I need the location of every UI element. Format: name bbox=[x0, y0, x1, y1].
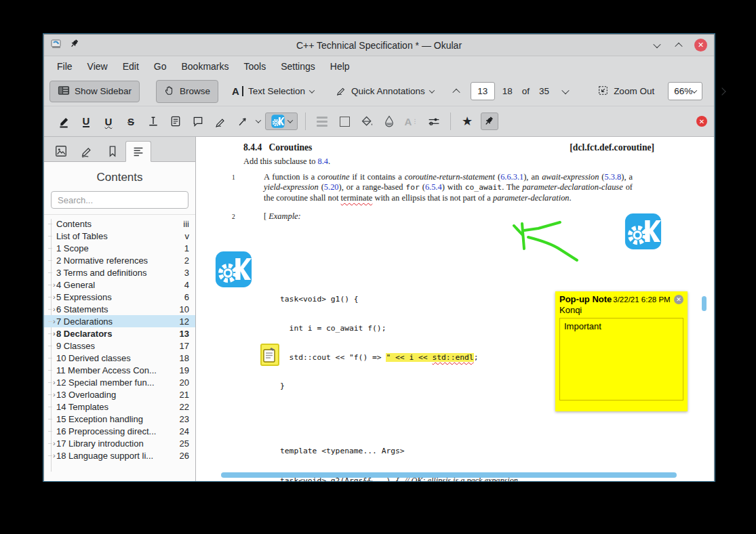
expander-chevron-icon[interactable]: › bbox=[48, 293, 56, 301]
toc-row[interactable]: 16 Preprocessing direct... 24 bbox=[44, 425, 195, 437]
toc-row[interactable]: › 8 Declarators 13 bbox=[44, 327, 195, 340]
kde-logo-stamp[interactable] bbox=[215, 251, 252, 291]
toc-row[interactable]: › 13 Overloading 21 bbox=[44, 388, 195, 400]
expander-chevron-icon[interactable] bbox=[48, 370, 56, 371]
expander-chevron-icon[interactable] bbox=[48, 407, 56, 407]
toc-row[interactable]: 2 Normative references 2 bbox=[44, 254, 195, 266]
toc-row[interactable]: › 7 Declarations 12 bbox=[44, 315, 195, 327]
menu-item[interactable]: Edit bbox=[115, 58, 146, 75]
vertical-scrollbar-thumb[interactable] bbox=[702, 296, 707, 311]
toc-row[interactable]: 9 Classes 17 bbox=[44, 340, 195, 352]
tab-annotations[interactable] bbox=[74, 140, 100, 161]
menu-item[interactable]: Bookmarks bbox=[174, 58, 236, 75]
toc-row[interactable]: 1 Scope 1 bbox=[44, 242, 195, 254]
menu-item[interactable]: Settings bbox=[273, 58, 323, 75]
expander-chevron-icon[interactable]: › bbox=[48, 451, 56, 459]
toc-row[interactable]: 10 Derived classes 18 bbox=[44, 352, 195, 364]
squiggle-tool-icon[interactable]: U bbox=[100, 112, 117, 130]
toc-row[interactable]: › 6 Statements 10 bbox=[44, 303, 195, 315]
note-anchor-icon[interactable] bbox=[260, 344, 279, 366]
popup-note-text[interactable]: Important bbox=[559, 318, 683, 400]
zoom-out-button[interactable]: Zoom Out bbox=[589, 80, 662, 103]
expander-chevron-icon[interactable]: › bbox=[48, 281, 56, 289]
inline-note-tool-icon[interactable] bbox=[167, 112, 184, 130]
underline-tool-icon[interactable]: U bbox=[77, 112, 95, 130]
straight-line-tool-icon[interactable] bbox=[234, 112, 252, 130]
green-ink-annotation[interactable] bbox=[508, 207, 586, 270]
sidebar-icon bbox=[58, 85, 70, 98]
horizontal-scrollbar-thumb[interactable] bbox=[221, 472, 677, 478]
popup-note-tool-icon[interactable] bbox=[189, 112, 207, 130]
toc-row[interactable]: › 18 Language support li... 26 bbox=[44, 449, 195, 461]
expander-chevron-icon[interactable] bbox=[48, 224, 56, 224]
expander-chevron-icon[interactable] bbox=[48, 260, 56, 261]
toc-row[interactable]: Contents iii bbox=[44, 218, 195, 230]
tab-contents[interactable] bbox=[125, 141, 151, 162]
expander-chevron-icon[interactable]: › bbox=[48, 390, 56, 398]
chevron-down-icon[interactable] bbox=[256, 117, 261, 123]
toc-label: List of Tables bbox=[56, 231, 185, 241]
kde-logo-stamp[interactable] bbox=[624, 213, 662, 253]
toc-page-number: 10 bbox=[180, 304, 195, 314]
opacity-droplet-icon[interactable] bbox=[380, 112, 398, 130]
expander-chevron-icon[interactable]: › bbox=[48, 378, 56, 386]
minimize-button[interactable] bbox=[651, 39, 663, 52]
browse-tool-button[interactable]: Browse bbox=[156, 80, 218, 103]
typewriter-tool-icon[interactable] bbox=[144, 112, 162, 130]
close-annotation-toolbar-button[interactable]: ✕ bbox=[696, 116, 707, 127]
menu-item[interactable]: File bbox=[49, 58, 80, 75]
menu-item[interactable]: Tools bbox=[237, 58, 274, 75]
expander-chevron-icon[interactable] bbox=[48, 431, 56, 432]
menu-item[interactable]: Go bbox=[146, 58, 174, 75]
toc-row[interactable]: › 12 Special member fun... 20 bbox=[44, 376, 195, 388]
toc-row[interactable]: › 4 General 4 bbox=[44, 279, 195, 291]
tab-bookmarks[interactable] bbox=[100, 140, 125, 161]
previous-page-button[interactable] bbox=[447, 83, 465, 100]
tab-thumbnails[interactable] bbox=[48, 140, 74, 161]
text-selection-tool-button[interactable]: A Text Selection bbox=[224, 81, 322, 102]
toc-row[interactable]: 11 Member Access Con... 19 bbox=[44, 364, 195, 376]
stamp-tool-button[interactable] bbox=[265, 112, 298, 130]
toc-row[interactable]: › 5 Expressions 6 bbox=[44, 291, 195, 303]
expander-chevron-icon[interactable]: › bbox=[48, 317, 56, 325]
quick-annotations-button[interactable]: Quick Annotations bbox=[327, 80, 442, 102]
expander-chevron-icon[interactable] bbox=[48, 272, 56, 273]
toc-row[interactable]: 14 Templates 22 bbox=[44, 400, 195, 413]
toc-label: 15 Exception handling bbox=[56, 414, 180, 424]
popup-note-close-button[interactable]: ✕ bbox=[674, 295, 683, 304]
freehand-line-tool-icon[interactable] bbox=[212, 112, 229, 130]
pin-icon[interactable] bbox=[70, 39, 80, 52]
zoom-level-select[interactable]: 66% bbox=[668, 82, 702, 100]
next-page-button[interactable] bbox=[557, 83, 574, 100]
toc-row[interactable]: › 17 Library introduction 25 bbox=[44, 437, 195, 449]
toc-row[interactable]: 3 Terms and definitions 3 bbox=[44, 266, 195, 279]
highlighter-tool-icon[interactable] bbox=[55, 112, 73, 130]
toc-row[interactable]: 15 Exception handling 23 bbox=[44, 413, 195, 425]
strikeout-tool-icon[interactable]: S bbox=[122, 112, 140, 130]
toolbar-overflow-button[interactable] bbox=[713, 83, 731, 100]
toc-search-input[interactable] bbox=[51, 191, 188, 209]
menu-item[interactable]: Help bbox=[323, 58, 357, 75]
show-sidebar-button[interactable]: Show Sidebar bbox=[49, 81, 140, 102]
expander-chevron-icon[interactable] bbox=[48, 248, 56, 249]
color-bucket-icon[interactable] bbox=[358, 112, 376, 130]
expander-chevron-icon[interactable]: › bbox=[48, 305, 56, 313]
menu-item[interactable]: View bbox=[80, 58, 115, 75]
pin-toolbar-icon[interactable] bbox=[481, 112, 498, 130]
expander-chevron-icon[interactable] bbox=[48, 419, 56, 419]
expander-chevron-icon[interactable]: › bbox=[48, 439, 56, 447]
shape-fill-icon[interactable] bbox=[336, 112, 353, 130]
expander-chevron-icon[interactable] bbox=[48, 358, 56, 358]
toc-row[interactable]: List of Tables v bbox=[44, 230, 195, 242]
expander-chevron-icon[interactable] bbox=[48, 346, 56, 346]
section-heading: 8.4.4 Coroutines bbox=[243, 142, 312, 153]
expander-chevron-icon[interactable] bbox=[48, 236, 56, 237]
page-number-input[interactable] bbox=[471, 82, 495, 100]
font-settings-icon: A⋮ bbox=[403, 112, 420, 130]
close-window-button[interactable]: ✕ bbox=[694, 39, 707, 52]
width-slider-icon[interactable] bbox=[425, 112, 443, 130]
favorite-star-icon[interactable]: ★ bbox=[458, 112, 476, 130]
expander-chevron-icon[interactable]: › bbox=[48, 329, 56, 337]
chevron-down-icon bbox=[429, 87, 435, 93]
maximize-button[interactable] bbox=[673, 39, 685, 52]
